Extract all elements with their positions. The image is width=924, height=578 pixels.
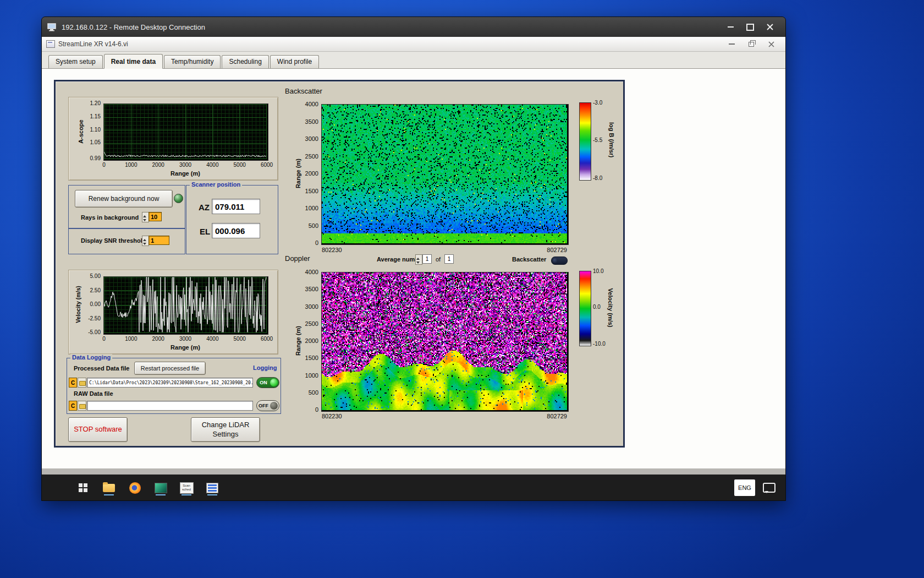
ascope-plot — [103, 103, 268, 161]
raw-path-field[interactable] — [87, 401, 253, 411]
scanner-position-title: Scanner position — [190, 181, 242, 188]
tab-system-setup[interactable]: System setup — [48, 55, 103, 68]
scanner-position-group: Scanner position AZ 079.011 EL 000.096 — [186, 185, 278, 254]
running-indicator — [207, 494, 217, 495]
y-tick-label: 2500 — [305, 321, 318, 327]
renew-background-button[interactable]: Renew background now — [75, 190, 173, 208]
data-logging-group: Data Logging Processed Data file Restart… — [67, 358, 281, 414]
app-close-button[interactable] — [761, 37, 781, 51]
rdp-close-button[interactable] — [760, 20, 780, 34]
background-led-indicator — [174, 194, 183, 203]
app-titlebar[interactable]: StreamLine XR v14-6.vi — [42, 37, 785, 52]
rays-value-field[interactable]: 10 — [148, 212, 162, 221]
y-tick-label: 500 — [309, 223, 318, 229]
main-panel: A-scope 1.201.151.101.050.99 01000200030… — [54, 80, 625, 448]
average-number-field[interactable]: 1 — [422, 254, 432, 264]
processed-drive-selector[interactable]: C — [69, 378, 77, 388]
y-tick-label: 1.05 — [90, 140, 101, 145]
y-tick-label: 5.00 — [90, 274, 101, 279]
doppler-colorbar — [579, 271, 591, 346]
backscatter-display-switch[interactable] — [551, 257, 568, 265]
y-tick-label: 4000 — [305, 101, 318, 107]
restore-icon — [749, 42, 754, 47]
backscatter-title: Backscatter — [285, 87, 322, 95]
backscatter-toggle-label: Backscatter — [512, 256, 546, 263]
colorbar-tick: 10.0 — [593, 269, 603, 274]
average-spinner[interactable] — [415, 254, 422, 265]
y-tick-label: 2000 — [305, 338, 318, 344]
y-tick-label: 0.99 — [90, 156, 101, 161]
rdp-maximize-button[interactable] — [740, 20, 760, 34]
x-end-label: 802729 — [547, 247, 567, 253]
toggle-on-label: ON — [257, 380, 270, 385]
tab-scheduling[interactable]: Scheduling — [222, 55, 268, 68]
app-window-controls — [722, 37, 781, 51]
file-explorer-button[interactable] — [102, 479, 116, 496]
of-label: of — [436, 256, 441, 263]
scan-scheduler-button[interactable]: Scan sched — [179, 479, 194, 496]
az-label: AZ — [199, 203, 210, 212]
y-tick-label: 4000 — [305, 269, 318, 275]
rdp-titlebar[interactable]: 192.168.0.122 - Remote Desktop Connectio… — [42, 17, 785, 37]
ascope-x-ticks: 0100020003000400050006000 — [104, 162, 267, 169]
remote-desktop-icon — [47, 23, 57, 31]
processed-logging-toggle[interactable]: ON — [256, 377, 279, 388]
restart-processed-file-button[interactable]: Restart processed file — [134, 362, 206, 375]
colorbar-tick: -3.0 — [593, 100, 602, 106]
snr-group: Display SNR threshold 1 — [68, 228, 185, 254]
increment-icon — [416, 255, 422, 260]
x-tick-label: 6000 — [261, 336, 273, 342]
y-tick-label: 1000 — [305, 373, 318, 379]
velocity-frame: Velocity (m/s) 5.002.500.00-2.50-5.00 01… — [68, 270, 278, 355]
backscatter-plot — [321, 104, 569, 245]
spreadsheet-app-button[interactable] — [205, 479, 219, 496]
y-tick-label: -2.50 — [88, 316, 101, 321]
colorbar-tick: -8.0 — [593, 176, 602, 181]
start-button[interactable] — [76, 479, 90, 496]
tab-real-time-data[interactable]: Real time data — [104, 54, 163, 69]
colorbar-tick: -10.0 — [593, 341, 606, 347]
x-tick-label: 4000 — [206, 336, 218, 342]
az-value-field[interactable]: 079.011 — [212, 199, 260, 214]
app-restore-button[interactable] — [741, 37, 761, 51]
raw-data-file-label: RAW Data file — [74, 390, 113, 397]
raw-browse-button[interactable] — [78, 401, 86, 411]
x-tick-label: 3000 — [179, 336, 191, 342]
rays-in-background-label: Rays in background — [81, 214, 139, 221]
remote-desktop-strip — [42, 468, 785, 475]
rdp-minimize-button[interactable] — [721, 20, 740, 34]
y-tick-label: 0.00 — [90, 302, 101, 307]
raw-logging-toggle[interactable]: OFF — [256, 400, 279, 411]
snr-value-field[interactable]: 1 — [148, 236, 169, 245]
app-preview-button[interactable] — [153, 479, 168, 496]
decrement-icon — [142, 217, 148, 222]
tab-temp-humidity[interactable]: Temp/humidity — [164, 55, 221, 68]
y-tick-label: 0 — [315, 240, 318, 246]
average-total-field: 1 — [444, 254, 454, 264]
tab-bar: System setup Real time data Temp/humidit… — [42, 52, 785, 69]
el-label: EL — [200, 227, 210, 236]
raw-drive-selector[interactable]: C — [69, 401, 77, 411]
firefox-button[interactable] — [128, 479, 142, 496]
decrement-icon — [416, 260, 422, 265]
tab-wind-profile[interactable]: Wind profile — [270, 55, 319, 68]
toggle-off-label: OFF — [257, 403, 270, 408]
processed-browse-button[interactable] — [78, 378, 86, 388]
processed-path-field[interactable]: C:\Lidar\Data\Proc\2023\202309\20230908\… — [87, 378, 253, 388]
y-tick-label: 1000 — [305, 205, 318, 211]
stop-software-button[interactable]: STOP software — [68, 417, 128, 442]
app-minimize-button[interactable] — [722, 37, 741, 51]
taskbar-tray: ENG — [734, 479, 776, 496]
notification-icon[interactable] — [763, 483, 776, 493]
y-tick-label: 1.20 — [90, 101, 101, 106]
data-logging-title: Data Logging — [70, 354, 112, 361]
colorbar-tick: 0.0 — [593, 304, 601, 310]
language-indicator[interactable]: ENG — [734, 479, 755, 496]
taskbar: Scan sched ENG — [42, 475, 785, 500]
logging-label: Logging — [253, 364, 277, 371]
app-window: StreamLine XR v14-6.vi System setup Real… — [42, 37, 785, 468]
y-tick-label: 3000 — [305, 136, 318, 142]
change-lidar-settings-button[interactable]: Change LiDAR Settings — [191, 417, 260, 442]
doppler-title: Doppler — [285, 254, 310, 263]
el-value-field[interactable]: 000.096 — [212, 223, 260, 238]
